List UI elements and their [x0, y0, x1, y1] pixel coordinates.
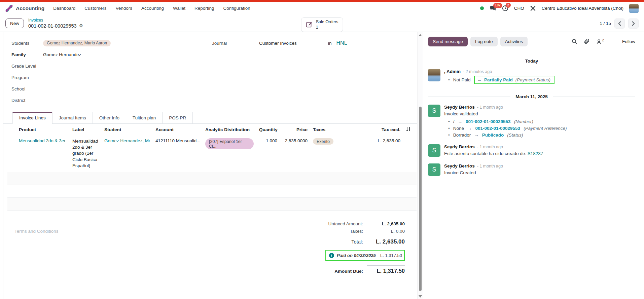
message-journal-entry: S Seydy Berrios - 1 month ago Este asien…: [428, 144, 635, 157]
tab-tuition-plan[interactable]: Tuition plan: [126, 112, 163, 124]
tab-invoice-lines[interactable]: Invoice Lines: [12, 112, 52, 124]
payment-reference-link[interactable]: 001-002-01-00029553: [475, 126, 521, 131]
arrow-right-icon: →: [467, 126, 472, 131]
sale-orders-count: 1: [316, 25, 338, 30]
activities-button[interactable]: Activities: [500, 37, 528, 46]
analytic-distribution-tag[interactable]: [207] Español 1er Ci...: [205, 138, 254, 149]
notebook-tabs: Invoice Lines Journal Items Other Info T…: [3, 112, 417, 124]
paid-highlight-box: i Paid on 04/23/2025 L. 1,317.50: [325, 250, 405, 261]
empty-row: [7, 172, 417, 185]
currency-link[interactable]: HNL: [336, 40, 347, 46]
info-icon[interactable]: i: [329, 253, 334, 258]
line-student-link[interactable]: Gomez Hernandez, Mari: [104, 138, 150, 143]
pager-next-button[interactable]: [628, 18, 639, 29]
follow-button[interactable]: Follow: [622, 39, 635, 44]
tracking-payment-reference: None → 001-002-01-00029553 (Payment Refe…: [444, 126, 635, 131]
nav-item-reporting[interactable]: Reporting: [194, 6, 214, 11]
field-school: School: [11, 83, 212, 95]
message-invoice-created: S Seydy Berrios - 1 month ago Invoice Cr…: [428, 163, 635, 176]
student-tag[interactable]: Gomez Hernandez, Mario Aaron: [43, 40, 111, 46]
date-divider-today: Today: [428, 59, 635, 64]
table-header-row: Product Label Student Account Analytic D…: [7, 124, 417, 135]
date-divider-march: March 11, 2025: [428, 94, 635, 99]
number-link[interactable]: 001-002-01-00029553: [466, 119, 511, 124]
messages-count-badge: 102: [493, 3, 502, 8]
nav-item-vendors[interactable]: Vendors: [116, 6, 133, 11]
journal-value[interactable]: Customer Invoices: [259, 41, 328, 46]
empty-row: [7, 198, 417, 211]
followers-icon[interactable]: 2: [596, 39, 604, 44]
line-tax-excl: L. 2,635.00: [364, 135, 403, 172]
field-program: Program: [11, 72, 212, 83]
pager-previous-button[interactable]: [614, 18, 625, 29]
amount-due-row: Amount Due: L. 1,317.50: [321, 264, 405, 275]
activities-count-badge: 2: [506, 3, 511, 8]
line-label[interactable]: Mensualidad 2do & 3er grado (1er Ciclo B…: [70, 135, 102, 172]
scroll-up-arrow-icon[interactable]: [419, 34, 422, 36]
taxes-row: Taxes: L. 0.00: [321, 227, 405, 235]
breadcrumb: Invoices 001-002-01-00029553 ⚙: [28, 18, 83, 29]
invoice-line-row: Mensualidad 2do & 3er Mensualidad 2do & …: [7, 135, 417, 172]
tab-other-info[interactable]: Other Info: [93, 112, 126, 124]
nav-item-accounting[interactable]: Accounting: [141, 6, 164, 11]
product-link[interactable]: Mensualidad 2do & 3er: [19, 138, 67, 143]
navbar: Accounting Dashboard Customers Vendors A…: [0, 2, 644, 15]
journal-entry-link[interactable]: S18237: [528, 151, 543, 156]
scroll-down-arrow-icon[interactable]: [419, 295, 422, 298]
search-messages-icon[interactable]: [572, 39, 577, 44]
message-avatar[interactable]: S: [428, 105, 440, 117]
message-avatar[interactable]: S: [428, 144, 440, 157]
message-avatar[interactable]: [428, 69, 440, 81]
gear-icon[interactable]: ⚙: [79, 23, 83, 29]
tab-pos-pr[interactable]: POS PR: [162, 112, 193, 124]
terms-placeholder[interactable]: Terms and Conditions: [14, 220, 59, 275]
nav-item-dashboard[interactable]: Dashboard: [53, 6, 75, 11]
new-button[interactable]: New: [5, 18, 24, 28]
tracking-highlight-box: → Partially Paid (Payment Status): [474, 76, 555, 84]
field-district: District: [11, 95, 212, 106]
company-name[interactable]: Centro Educativo Ideal Adventista (Chol): [542, 6, 623, 11]
tools-icon[interactable]: [530, 5, 536, 11]
nav-item-customers[interactable]: Customers: [84, 6, 106, 11]
field-students: Students Gomez Hernandez, Mario Aaron: [11, 37, 212, 49]
breadcrumb-invoices-link[interactable]: Invoices: [28, 18, 83, 23]
record-name: 001-002-01-00029553: [28, 23, 77, 29]
chatter: Send message Log note Activities: [423, 32, 644, 299]
line-price[interactable]: 2,635.0000: [280, 135, 310, 172]
scrollbar-thumb[interactable]: [419, 107, 422, 291]
nav-item-configuration[interactable]: Configuration: [223, 6, 250, 11]
line-account[interactable]: 41211110 Mensualid...: [155, 138, 200, 143]
company-code[interactable]: CHO: [514, 6, 524, 11]
tax-tag[interactable]: Exento: [313, 138, 333, 145]
line-quantity[interactable]: 1.000: [256, 135, 280, 172]
tab-journal-items[interactable]: Journal Items: [52, 112, 93, 124]
total-row: Total: L. 2,635.00: [321, 236, 405, 247]
arrow-right-icon: →: [458, 119, 463, 124]
user-avatar[interactable]: [629, 4, 639, 13]
tracking-status: Borrador → Publicado (Status): [444, 133, 635, 138]
nav-item-wallet[interactable]: Wallet: [173, 6, 185, 11]
send-message-button[interactable]: Send message: [428, 37, 468, 46]
pager-value[interactable]: 1 / 15: [600, 21, 611, 26]
field-family: Family Gomez Hernandez: [11, 49, 212, 60]
activities-clock-icon[interactable]: 2: [502, 5, 508, 11]
log-note-button[interactable]: Log note: [470, 37, 498, 46]
empty-row: [7, 185, 417, 198]
untaxed-amount: L. 2,635.00: [367, 221, 405, 226]
family-value[interactable]: Gomez Hernandez: [43, 52, 212, 57]
attachment-icon[interactable]: [584, 39, 589, 44]
message-invoice-validated: S Seydy Berrios - 1 month ago Invoice va…: [428, 105, 635, 138]
followers-count: 2: [602, 38, 604, 42]
nav-menu: Dashboard Customers Vendors Accounting W…: [53, 6, 250, 11]
app-menu-toggle[interactable]: Accounting: [5, 5, 44, 12]
totals-block: Untaxed Amount: L. 2,635.00 Taxes: L. 0.…: [321, 220, 405, 275]
tracking-number: / → 001-002-01-00029553 (Number): [444, 119, 635, 124]
presence-status-icon: [480, 6, 484, 10]
message-avatar[interactable]: S: [428, 163, 440, 176]
messages-icon[interactable]: 102: [490, 5, 496, 11]
sale-orders-button[interactable]: Sale Orders 1: [301, 17, 343, 32]
app-name: Accounting: [16, 5, 44, 11]
arrow-right-icon: →: [477, 77, 482, 82]
adjust-columns-icon[interactable]: [403, 124, 417, 135]
vertical-scrollbar[interactable]: [417, 32, 423, 299]
